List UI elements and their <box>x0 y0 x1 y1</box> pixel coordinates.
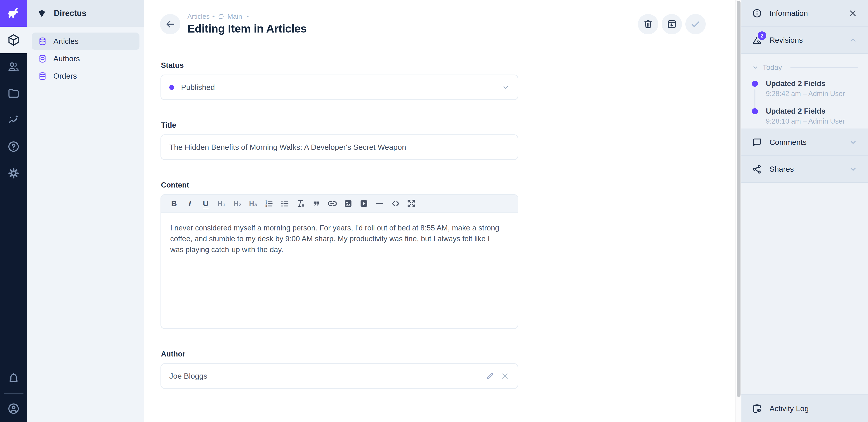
status-label: Status <box>161 61 518 70</box>
project-name: Directus <box>54 8 86 18</box>
sidebar-item-authors[interactable]: Authors <box>32 50 140 67</box>
archive-button[interactable] <box>662 14 682 34</box>
content-field-group: Content B I U H₁ H₂ H₃ 1 <box>160 181 518 329</box>
info-icon <box>752 8 762 19</box>
save-button[interactable] <box>685 14 706 34</box>
back-button[interactable] <box>160 14 180 34</box>
version-sync-icon[interactable] <box>217 13 225 20</box>
directus-logo[interactable] <box>0 0 27 27</box>
h2-icon: H₂ <box>233 199 241 207</box>
module-users[interactable] <box>0 53 27 80</box>
content-label: Content <box>161 181 518 189</box>
revisions-panel: Today Updated 2 Fields 9:28:42 am – Admi… <box>741 54 868 129</box>
code-button[interactable] <box>389 197 403 210</box>
close-sidebar-icon[interactable] <box>848 8 858 18</box>
image-icon <box>343 199 353 208</box>
comments-section-header[interactable]: Comments <box>741 129 868 156</box>
horizontal-rule-button[interactable] <box>373 197 387 210</box>
information-section-header[interactable]: Information <box>741 0 868 27</box>
user-menu[interactable] <box>0 395 27 422</box>
ordered-list-button[interactable]: 1 2 3 <box>262 197 276 210</box>
author-relation-field[interactable]: Joe Bloggs <box>160 363 518 389</box>
shares-label: Shares <box>770 165 794 173</box>
revision-title: Updated 2 Fields <box>766 79 858 88</box>
deselect-x-icon[interactable] <box>500 371 509 381</box>
breadcrumb-collection[interactable]: Articles <box>187 13 210 20</box>
revisions-group-today[interactable]: Today <box>752 63 858 72</box>
project-fan-icon <box>37 8 47 19</box>
users-module-icon <box>7 60 20 73</box>
activity-log-icon <box>752 403 762 414</box>
revision-item[interactable]: Updated 2 Fields 9:28:10 am – Admin User <box>752 107 858 125</box>
module-content[interactable] <box>0 27 27 53</box>
check-icon <box>690 19 701 30</box>
sidebar-item-articles[interactable]: Articles <box>32 33 140 50</box>
chevron-up-icon <box>848 36 858 45</box>
editor-paragraph: I never considered myself a morning pers… <box>170 223 502 255</box>
italic-button[interactable]: I <box>183 197 197 210</box>
editor-content[interactable]: I never considered myself a morning pers… <box>161 213 518 328</box>
horizontal-rule-icon <box>375 199 385 208</box>
database-icon <box>38 54 47 63</box>
sidebar-item-orders[interactable]: Orders <box>32 67 140 85</box>
clear-format-button[interactable] <box>293 197 308 210</box>
bold-icon: B <box>171 199 177 208</box>
underline-icon: U <box>203 199 209 208</box>
module-bar-spacer <box>0 187 27 365</box>
delete-button[interactable] <box>638 14 658 34</box>
status-select[interactable]: Published <box>160 74 518 100</box>
gear-icon <box>7 167 20 180</box>
revision-item[interactable]: Updated 2 Fields 9:28:42 am – Admin User <box>752 79 858 98</box>
insert-video-button[interactable] <box>357 197 371 210</box>
revisions-section-header[interactable]: 2 Revisions <box>741 27 868 54</box>
editor-toolbar: B I U H₁ H₂ H₃ 1 2 3 <box>161 195 518 213</box>
bell-icon <box>7 372 20 385</box>
module-insights[interactable] <box>0 107 27 133</box>
help-icon <box>7 140 20 153</box>
heading1-button[interactable]: H₁ <box>215 197 228 210</box>
heading2-button[interactable]: H₂ <box>230 197 244 210</box>
notifications-button[interactable] <box>0 365 27 392</box>
breadcrumb: Articles • Main <box>187 13 307 20</box>
sidebar-filler <box>741 183 868 394</box>
blockquote-button[interactable]: ❞ <box>309 197 323 210</box>
revisions-label: Revisions <box>770 36 803 44</box>
italic-icon: I <box>188 199 191 208</box>
shares-section-header[interactable]: Shares <box>741 156 868 183</box>
insert-image-button[interactable] <box>341 197 355 210</box>
user-avatar-icon <box>7 402 20 415</box>
activity-log-button[interactable]: Activity Log <box>741 394 868 422</box>
link-button[interactable] <box>325 197 339 210</box>
version-name[interactable]: Main <box>227 13 242 20</box>
database-icon <box>38 72 47 80</box>
header-actions <box>638 14 706 34</box>
title-field-group: Title <box>160 121 518 160</box>
blockquote-icon: ❞ <box>313 199 320 208</box>
bold-button[interactable]: B <box>167 197 181 210</box>
title-input[interactable] <box>160 134 518 160</box>
svg-text:3: 3 <box>266 204 267 207</box>
main-content: Articles • Main Editing Item in Articles <box>144 0 741 422</box>
scrollbar-thumb[interactable] <box>737 1 741 397</box>
main-scrollbar <box>735 0 741 422</box>
heading3-button[interactable]: H₃ <box>246 197 260 210</box>
information-label: Information <box>770 9 808 18</box>
bullet-list-button[interactable] <box>278 197 292 210</box>
revision-list: Updated 2 Fields 9:28:42 am – Admin User… <box>752 79 858 125</box>
module-settings[interactable] <box>0 160 27 187</box>
revision-title: Updated 2 Fields <box>766 107 858 116</box>
revision-dot <box>752 80 758 87</box>
author-label: Author <box>161 350 518 358</box>
underline-button[interactable]: U <box>199 197 213 210</box>
title-block: Articles • Main Editing Item in Articles <box>187 13 307 35</box>
link-icon <box>327 198 338 209</box>
group-label: Today <box>763 63 782 72</box>
status-field-group: Status Published <box>160 61 518 100</box>
revision-dot <box>752 108 758 114</box>
module-files[interactable] <box>0 80 27 107</box>
edit-pencil-icon[interactable] <box>486 371 495 381</box>
fullscreen-button[interactable] <box>404 197 418 210</box>
project-header[interactable]: Directus <box>27 0 144 27</box>
database-icon <box>38 37 47 46</box>
module-docs[interactable] <box>0 133 27 160</box>
